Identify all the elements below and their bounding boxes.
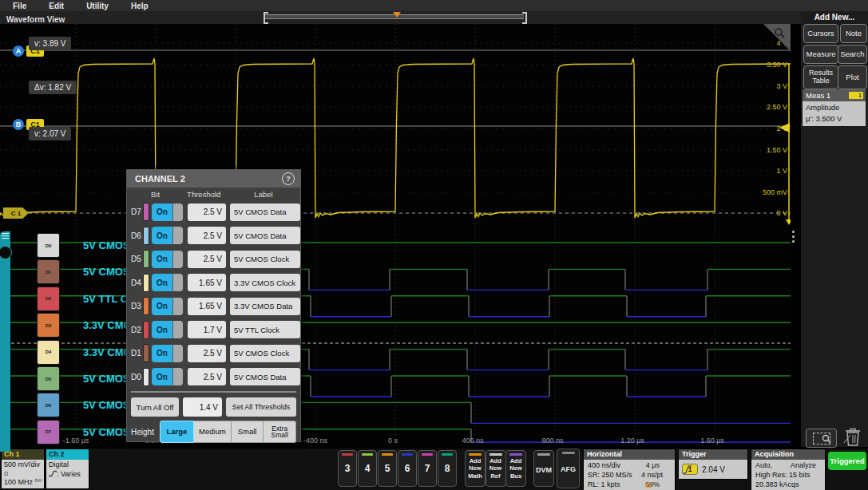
bit-toggle-knob[interactable] bbox=[172, 368, 183, 385]
bit-on-toggle[interactable]: On bbox=[152, 274, 172, 291]
dialog-title: CHANNEL 2 bbox=[135, 174, 185, 184]
bit-on-toggle[interactable]: On bbox=[152, 227, 172, 244]
panel-resize-handle[interactable] bbox=[792, 228, 795, 245]
bit-label-field[interactable]: 5V TTL Clock bbox=[230, 321, 300, 338]
overview-right-bracket[interactable] bbox=[522, 12, 527, 24]
add-note-button[interactable]: Note bbox=[840, 24, 867, 43]
bit-toggle-knob[interactable] bbox=[172, 321, 183, 338]
bit-toggle-knob[interactable] bbox=[172, 227, 183, 244]
channel-5-button[interactable]: 5 bbox=[378, 450, 397, 487]
bit-toggle-knob[interactable] bbox=[172, 345, 183, 362]
channel-3-button[interactable]: 3 bbox=[338, 450, 357, 487]
overview-left-bracket[interactable] bbox=[264, 12, 268, 24]
bit-on-toggle[interactable]: On bbox=[152, 321, 172, 338]
bit-toggle-knob[interactable] bbox=[172, 204, 183, 221]
digital-bit-swatch[interactable]: D3 bbox=[37, 313, 60, 338]
bit-threshold-field[interactable]: 1.7 V bbox=[188, 321, 226, 338]
digital-bit-swatch[interactable]: D6 bbox=[37, 393, 60, 417]
bit-label-field[interactable]: 5V CMOS Data bbox=[230, 204, 300, 221]
channel-6-button[interactable]: 6 bbox=[398, 450, 417, 487]
bit-label-field[interactable]: 3.3V CMOS Data bbox=[230, 298, 300, 315]
bit-on-toggle[interactable]: On bbox=[152, 204, 172, 221]
trash-icon[interactable] bbox=[844, 427, 862, 447]
help-icon[interactable]: ? bbox=[282, 172, 295, 185]
bit-threshold-field[interactable]: 2.5 V bbox=[188, 368, 226, 385]
bit-toggle-knob[interactable] bbox=[172, 298, 183, 315]
bit-on-toggle[interactable]: On bbox=[152, 368, 172, 385]
ch2-badge[interactable]: Ch 2 Digital : Varies bbox=[46, 449, 89, 489]
bit-toggle-knob[interactable] bbox=[172, 274, 183, 291]
cursor-b-badge[interactable]: B bbox=[13, 119, 24, 130]
height-option-large[interactable]: Large bbox=[160, 421, 195, 443]
bit-label-field[interactable]: 5V CMOS Data bbox=[230, 227, 300, 244]
horizontal-panel[interactable]: Horizontal 400 ns/div4 μs SR: 250 MS/s4 … bbox=[583, 449, 676, 490]
digital-bit-swatch[interactable]: D5 bbox=[37, 366, 60, 391]
add-new-button[interactable]: Add New Ref bbox=[486, 450, 506, 487]
add-plot-button[interactable]: Plot bbox=[838, 65, 867, 89]
bit-threshold-field[interactable]: 1.65 V bbox=[188, 298, 226, 315]
cursor-a-readout[interactable]: v: 3.89 V bbox=[29, 37, 71, 50]
menu-file[interactable]: File bbox=[13, 2, 26, 10]
time-axis-label: 0 s bbox=[368, 437, 418, 445]
add-new-button[interactable]: Add New Bus bbox=[505, 450, 526, 487]
bit-on-toggle[interactable]: On bbox=[152, 345, 172, 362]
acquisition-panel[interactable]: Acquisition Auto,Analyze High Res: 15 bi… bbox=[751, 449, 826, 490]
add-new-button[interactable]: Add New Math bbox=[465, 450, 486, 487]
add-search-button[interactable]: Search bbox=[838, 45, 867, 64]
dialog-bit-row: D4On1.65 V3.3V CMOS Clock bbox=[127, 271, 300, 295]
ch1-badge[interactable]: Ch 1 500 mV/div Ω 100 MHz BW bbox=[1, 449, 45, 489]
turn-all-off-button[interactable]: Turn All Off bbox=[131, 397, 179, 417]
trigger-panel[interactable]: Trigger 1 2.04 V bbox=[678, 449, 748, 480]
bit-threshold-field[interactable]: 2.5 V bbox=[188, 345, 226, 362]
bit-on-toggle[interactable]: On bbox=[152, 251, 172, 268]
bit-label-field[interactable]: 5V CMOS Data bbox=[230, 368, 300, 385]
trigger-position-icon[interactable] bbox=[393, 12, 401, 18]
dialog-bit-name: D7 bbox=[131, 207, 143, 216]
menu-edit[interactable]: Edit bbox=[49, 2, 64, 10]
menu-help[interactable]: Help bbox=[131, 2, 149, 10]
bit-label-field[interactable]: 5V CMOS Clock bbox=[230, 345, 300, 362]
bit-toggle-knob[interactable] bbox=[172, 251, 183, 268]
all-threshold-field[interactable]: 1.4 V bbox=[183, 397, 222, 417]
bit-label-field[interactable]: 3.3V CMOS Clock bbox=[230, 274, 300, 291]
cursor-a-badge[interactable]: A bbox=[13, 45, 24, 57]
magnifier-icon bbox=[773, 26, 786, 39]
digital-bit-swatch[interactable]: D1 bbox=[37, 259, 60, 284]
digital-group-handle[interactable] bbox=[0, 231, 10, 452]
voltage-axis-label: 3 V bbox=[743, 82, 787, 90]
dialog-bit-row: D3On1.65 V3.3V CMOS Data bbox=[127, 294, 300, 318]
add-cursors-button[interactable]: Cursors bbox=[803, 24, 838, 43]
dialog-bit-swatch bbox=[143, 297, 149, 315]
channel-7-button[interactable]: 7 bbox=[418, 450, 437, 487]
cursor-delta-readout[interactable]: Δv: 1.82 V bbox=[29, 81, 77, 94]
menu-utility[interactable]: Utility bbox=[86, 2, 109, 10]
acquisition-mode: Auto, bbox=[755, 460, 772, 470]
bit-threshold-field[interactable]: 1.65 V bbox=[188, 274, 226, 291]
add-results-table-button[interactable]: Results Table bbox=[803, 65, 838, 89]
dialog-title-bar[interactable]: CHANNEL 2 ? bbox=[127, 170, 300, 188]
channel-8-button[interactable]: 8 bbox=[438, 450, 457, 487]
digital-bit-swatch[interactable]: D2 bbox=[37, 286, 60, 311]
height-option-extra-small[interactable]: Extra Small bbox=[264, 421, 296, 443]
zoom-mode-button[interactable] bbox=[806, 429, 837, 448]
height-option-medium[interactable]: Medium bbox=[194, 421, 232, 443]
bit-threshold-field[interactable]: 2.5 V bbox=[188, 227, 226, 244]
height-option-small[interactable]: Small bbox=[232, 421, 264, 443]
channel-4-button[interactable]: 4 bbox=[358, 450, 377, 487]
trigger-level-arrow-icon[interactable] bbox=[779, 123, 790, 132]
bit-on-toggle[interactable]: On bbox=[152, 298, 172, 315]
dialog-separator bbox=[131, 391, 296, 393]
meas1-badge[interactable]: Meas 1 1 Amplitude μ': 3.500 V bbox=[803, 89, 866, 125]
dvm-button[interactable]: DVM bbox=[533, 450, 554, 487]
dialog-bit-swatch bbox=[143, 250, 149, 268]
add-measure-button[interactable]: Measure bbox=[803, 45, 838, 64]
set-all-thresholds-button[interactable]: Set All Thresholds bbox=[226, 397, 296, 417]
digital-bit-swatch[interactable]: D0 bbox=[37, 233, 60, 258]
digital-bit-swatch[interactable]: D4 bbox=[37, 340, 60, 365]
bit-threshold-field[interactable]: 2.5 V bbox=[188, 204, 226, 221]
channel-number: 4 bbox=[365, 463, 371, 474]
cursor-b-readout[interactable]: v: 2.07 V bbox=[29, 127, 71, 140]
bit-label-field[interactable]: 5V CMOS Clock bbox=[230, 251, 300, 268]
afg-button[interactable]: AFG bbox=[557, 449, 580, 488]
bit-threshold-field[interactable]: 2.5 V bbox=[188, 251, 226, 268]
